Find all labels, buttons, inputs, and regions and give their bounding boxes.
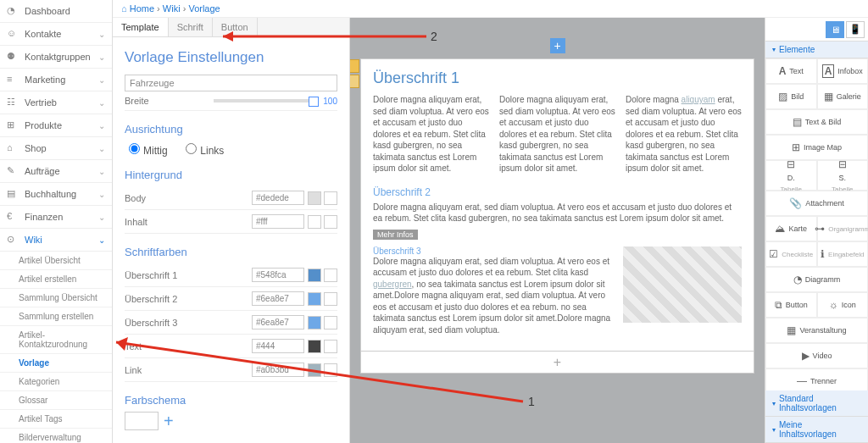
el-imagemap[interactable]: ⊞Image Map — [765, 135, 868, 160]
sidebar-item-shop[interactable]: ⌂Shop⌄ — [0, 137, 112, 160]
sidebar-item-vertrieb[interactable]: ☷Vertrieb⌄ — [0, 91, 112, 114]
inhalt-swatch[interactable] — [308, 215, 321, 229]
sidebar-item-produkte[interactable]: ⊞Produkte⌄ — [0, 114, 112, 137]
radio-mittig[interactable]: Mittig — [125, 145, 168, 157]
tab-button[interactable]: Button — [213, 18, 258, 36]
link-swatch2[interactable] — [324, 363, 337, 377]
u3-swatch2[interactable] — [324, 316, 337, 329]
sidebar-sub-sammlung-uebersicht[interactable]: Sammlung Übersicht — [0, 289, 112, 307]
settings-body: Vorlage Einstellungen Breite 100 Ausrich… — [113, 37, 349, 440]
body-swatch2[interactable] — [324, 191, 337, 205]
el-button[interactable]: ⧉Button — [765, 292, 817, 318]
inhalt-color-input[interactable] — [252, 214, 304, 229]
crumb-wiki[interactable]: Wiki — [163, 3, 181, 14]
hintergrund-title: Hintergrund — [125, 169, 337, 181]
sidebar-item-wiki[interactable]: ⊙Wiki⌄ — [0, 229, 112, 252]
el-dtabelle[interactable]: ⊟D.Tabelle — [765, 160, 817, 191]
u1-color-input[interactable] — [252, 268, 304, 282]
radio-links-input[interactable] — [186, 143, 197, 154]
sidebar-sub-artikel-kontakt[interactable]: Artikel-Kontaktzurodnung — [0, 326, 112, 354]
sidebar-sub-artikel-tags[interactable]: Artikel Tags — [0, 410, 112, 429]
radio-links[interactable]: Links — [181, 145, 224, 157]
panel-standard[interactable]: ▾Standard Inhaltsvorlagen — [765, 390, 868, 417]
sidebar-item-kontakte[interactable]: ☺Kontakte⌄ — [0, 23, 112, 46]
sidebar-sub-bilderverwaltung[interactable]: Bilderverwaltung — [0, 429, 112, 443]
text-swatch2[interactable] — [324, 340, 337, 353]
u2-color-input[interactable] — [252, 291, 304, 306]
tab-schrift[interactable]: Schrift — [169, 18, 213, 36]
block-hint-icon[interactable] — [350, 75, 359, 88]
link-swatch[interactable] — [308, 363, 321, 377]
sidebar-sub-vorlage[interactable]: Vorlage — [0, 354, 112, 373]
block-handle[interactable] — [350, 59, 359, 73]
text-swatch[interactable] — [308, 340, 321, 353]
el-veranstaltung[interactable]: ▦Veranstaltung — [765, 318, 868, 343]
el-bild[interactable]: ▨Bild — [765, 84, 817, 109]
el-trenner[interactable]: —Trenner — [765, 368, 868, 390]
more-button[interactable]: Mehr Infos — [373, 230, 418, 240]
sidebar-sub-sammlung-erstellen[interactable]: Sammlung erstellen — [0, 307, 112, 326]
chevron-down-icon: ▾ — [772, 400, 776, 407]
image-placeholder[interactable] — [623, 246, 742, 323]
el-text[interactable]: AText — [765, 58, 817, 84]
schema-swatch[interactable] — [125, 412, 159, 430]
el-icon[interactable]: ☼Icon — [817, 292, 869, 318]
template-name-input[interactable] — [125, 75, 337, 91]
sidebar-sub-glossar[interactable]: Glossar — [0, 391, 112, 410]
sidebar-item-finanzen[interactable]: €Finanzen⌄ — [0, 206, 112, 229]
gubergren-link[interactable]: gubergren — [373, 280, 412, 289]
desktop-view-button[interactable]: 🖥 — [826, 21, 844, 38]
mobile-icon: 📱 — [849, 24, 861, 35]
u1-swatch2[interactable] — [324, 269, 337, 282]
el-organigramm[interactable]: ⊶Organigramm — [817, 216, 869, 241]
el-stabelle[interactable]: ⊟S.Tabelle — [817, 160, 869, 191]
breite-slider[interactable] — [214, 99, 319, 102]
panel-elemente[interactable]: ▾Elemente — [765, 42, 868, 58]
chevron-down-icon: ⌄ — [98, 30, 105, 39]
add-row-top-button[interactable]: + — [550, 38, 565, 53]
sidebar-sub-artikel-erstellen[interactable]: Artikel erstellen — [0, 270, 112, 289]
chevron-down-icon: ▾ — [772, 46, 776, 53]
sidebar-sub-artikel-uebersicht[interactable]: Artikel Übersicht — [0, 252, 112, 270]
u3-swatch[interactable] — [308, 316, 321, 329]
panel-meine[interactable]: ▾Meine Inhaltsvorlagen — [765, 417, 868, 443]
document-preview[interactable]: Überschrift 1 Dolore magna aliquyam erat… — [360, 58, 754, 352]
button-icon: ⧉ — [775, 299, 782, 311]
mobile-view-button[interactable]: 📱 — [846, 21, 865, 38]
lorem-link[interactable]: aliquyam — [682, 95, 715, 104]
crumb-home[interactable]: Home — [130, 3, 154, 14]
el-eingabefeld[interactable]: ℹEingabefeld — [817, 241, 869, 267]
el-infobox[interactable]: AInfobox — [817, 58, 869, 84]
el-karte[interactable]: ⛰Karte — [765, 216, 817, 241]
sidebar-item-buchhaltung[interactable]: ▤Buchhaltung⌄ — [0, 183, 112, 206]
el-galerie[interactable]: ▦Galerie — [817, 84, 869, 109]
u2-swatch[interactable] — [308, 292, 321, 306]
u2-swatch2[interactable] — [324, 292, 337, 306]
el-attachment[interactable]: 📎Attachment — [765, 191, 868, 216]
el-diagramm[interactable]: ◔Diagramm — [765, 267, 868, 292]
el-video[interactable]: ▶Video — [765, 343, 868, 368]
add-row-bottom-button[interactable]: + — [554, 355, 561, 370]
sidebar-item-auftraege[interactable]: ✎Aufträge⌄ — [0, 160, 112, 183]
link-color-input[interactable] — [252, 363, 304, 377]
sidebar-item-dashboard[interactable]: ◔Dashboard — [0, 0, 112, 23]
body-swatch[interactable] — [308, 191, 321, 205]
lorem-col3: Dolore magna aliquyam erat, sed diam vol… — [626, 94, 742, 174]
sidebar-item-kontaktgruppen[interactable]: ⚉Kontaktgruppen⌄ — [0, 46, 112, 69]
tab-template[interactable]: Template — [113, 18, 169, 36]
body-color-input[interactable] — [252, 191, 304, 205]
sidebar-sub-kategorien[interactable]: Kategorien — [0, 373, 112, 391]
sidebar-item-label: Vertrieb — [25, 97, 57, 108]
right-panel: 🖥 📱 ▾Elemente AText AInfobox ▨Bild ▦Gale… — [765, 18, 868, 443]
u1-swatch[interactable] — [308, 269, 321, 282]
el-checkliste[interactable]: ☑Checkliste — [765, 241, 817, 267]
u3-color-input[interactable] — [252, 315, 304, 329]
sidebar-item-marketing[interactable]: ≡Marketing⌄ — [0, 69, 112, 91]
add-schema-button[interactable]: + — [164, 412, 174, 431]
radio-mittig-input[interactable] — [129, 143, 140, 154]
inhalt-swatch2[interactable] — [324, 215, 337, 229]
text-color-input[interactable] — [252, 339, 304, 353]
crumb-vorlage[interactable]: Vorlage — [188, 3, 220, 14]
settings-title: Vorlage Einstellungen — [125, 49, 337, 66]
el-textbild[interactable]: ▤Text & Bild — [765, 109, 868, 135]
